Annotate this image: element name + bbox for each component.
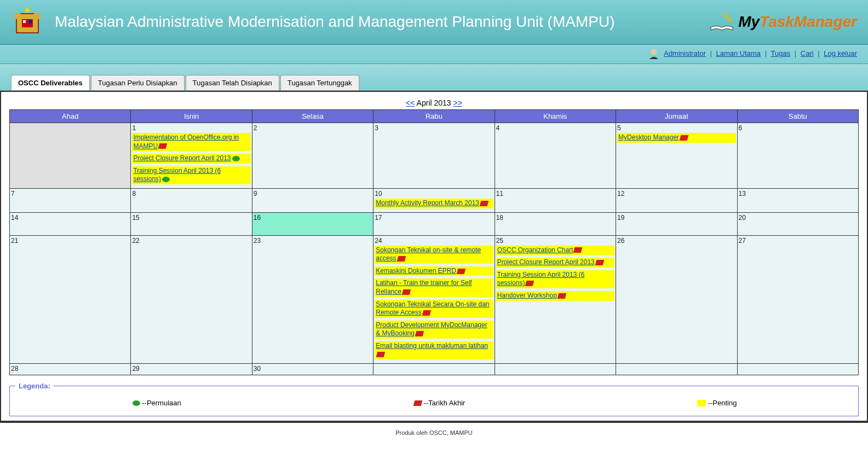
legend-title: Legenda:	[15, 382, 54, 390]
tab-tugasan-telah-disiapkan[interactable]: Tugasan Telah Disiapkan	[186, 75, 279, 90]
event-link[interactable]: Project Closure Report April 2013	[132, 154, 250, 164]
calendar-nav: << April 2013 >>	[9, 96, 859, 109]
calendar-cell: 22	[131, 235, 252, 364]
event-link[interactable]: Sokongan Teknikal on-site & remote acces…	[375, 246, 493, 264]
event-link[interactable]: Sokongan Teknikal Secara On-site dan Rem…	[375, 300, 493, 318]
search-link[interactable]: Cari	[801, 49, 814, 57]
day-number: 29	[132, 365, 250, 373]
calendar-cell: 25OSCC Organization ChartProject Closure…	[495, 235, 616, 364]
day-number: 11	[496, 190, 614, 197]
calendar-cell: 16	[252, 212, 373, 235]
svg-rect-2	[23, 20, 26, 23]
day-number: 6	[739, 124, 857, 132]
legend-start: --Permulaan	[131, 399, 181, 407]
calendar-cell: 9	[252, 188, 373, 212]
end-flag-icon	[158, 143, 168, 149]
calendar-cell	[737, 364, 858, 375]
event-link[interactable]: Product Development MyDocManager & MyBoo…	[375, 321, 493, 339]
day-number: 13	[739, 190, 857, 197]
calendar-cell: 20	[737, 212, 858, 235]
event-link[interactable]: Training Session April 2013 (6 sessions)	[132, 166, 250, 184]
event-link[interactable]: Handover Workshop	[496, 291, 614, 301]
svg-line-4	[725, 14, 731, 22]
end-flag-icon	[573, 247, 583, 253]
day-number: 23	[254, 237, 372, 245]
day-header: Isnin	[131, 110, 252, 123]
day-number: 20	[739, 214, 857, 222]
day-number: 21	[11, 237, 129, 245]
header: Malaysian Administrative Modernisation a…	[0, 0, 868, 45]
calendar-cell	[495, 364, 616, 375]
user-icon	[648, 48, 660, 60]
event-link[interactable]: Kemaskini Dokumen EPRD	[375, 266, 493, 276]
calendar-cell: 7	[10, 188, 131, 212]
user-nav: Administrator | Laman Utama | Tugas | Ca…	[0, 45, 868, 64]
page-title: Malaysian Administrative Modernisation a…	[55, 13, 708, 31]
day-number: 3	[375, 124, 493, 132]
event-link[interactable]: Implementation of OpenOffice.org in MAMP…	[132, 133, 250, 151]
calendar-cell: 14	[10, 212, 131, 235]
event-link[interactable]: OSCC Organization Chart	[496, 246, 614, 255]
tab-oscc-deliverables[interactable]: OSCC Deliverables	[11, 75, 90, 90]
logout-link[interactable]: Log keluar	[824, 49, 857, 57]
day-number: 24	[375, 237, 493, 245]
end-flag-icon	[415, 331, 424, 336]
event-link[interactable]: Email blasting untuk makluman latihan	[375, 341, 493, 359]
day-number: 19	[617, 214, 735, 222]
day-number: 4	[496, 124, 614, 132]
calendar-cell: 18	[495, 212, 616, 235]
start-flag-icon	[232, 156, 240, 161]
day-number: 30	[254, 365, 372, 373]
day-number: 25	[496, 237, 614, 245]
end-flag-icon	[376, 352, 386, 357]
event-link[interactable]: Monthly Activity Report March 2013	[375, 199, 493, 208]
end-flag-icon	[396, 256, 406, 261]
day-number: 18	[496, 214, 614, 222]
tab-tugasan-perlu-disiapkan[interactable]: Tugasan Perlu Disiapkan	[91, 75, 185, 90]
calendar-cell: 27	[737, 235, 858, 364]
event-link[interactable]: Project Closure Report April 2013	[496, 258, 614, 268]
calendar-cell: 17	[373, 212, 495, 235]
calendar-cell: 10Monthly Activity Report March 2013	[373, 188, 495, 212]
calendar-cell: 8	[131, 188, 252, 212]
day-header: Rabu	[373, 110, 495, 123]
calendar-cell: 2	[252, 123, 373, 189]
book-icon	[708, 11, 735, 33]
day-number: 5	[617, 124, 735, 132]
calendar-cell: 23	[252, 235, 373, 364]
calendar-cell: 3	[373, 123, 495, 189]
day-number: 10	[375, 190, 493, 197]
tasks-link[interactable]: Tugas	[771, 49, 791, 57]
calendar-cell: 26	[616, 235, 737, 364]
calendar-cell: 21	[10, 235, 131, 364]
day-number: 22	[132, 237, 250, 245]
calendar-cell: 11	[495, 188, 616, 212]
calendar-cell: 12	[616, 188, 737, 212]
tab-tugasan-tertunggak[interactable]: Tugasan Tertunggak	[280, 75, 359, 90]
calendar-cell: 4	[495, 123, 616, 189]
event-link[interactable]: MyDesktop Manager	[617, 133, 735, 143]
calendar-cell: 30	[252, 364, 373, 375]
legend-important: --Penting	[697, 399, 737, 407]
prev-month-link[interactable]: <<	[406, 98, 415, 107]
app-logo: MyTaskManager	[708, 11, 857, 33]
day-number: 15	[132, 214, 250, 222]
day-number: 17	[375, 214, 493, 222]
end-flag-icon	[457, 269, 466, 274]
next-month-link[interactable]: >>	[453, 98, 462, 107]
start-flag-icon	[162, 177, 170, 182]
svg-point-5	[651, 49, 657, 55]
day-number: 1	[132, 124, 250, 132]
admin-link[interactable]: Administrator	[664, 49, 706, 57]
calendar-cell: 29	[131, 364, 252, 375]
calendar-cell: 19	[616, 212, 737, 235]
svg-rect-3	[29, 20, 32, 23]
calendar-cell: 5MyDesktop Manager	[616, 123, 737, 189]
calendar-cell: 15	[131, 212, 252, 235]
day-number: 7	[11, 190, 129, 197]
event-link[interactable]: Training Session April 2013 (6 sessions)	[496, 270, 614, 288]
end-flag-icon	[525, 281, 534, 286]
event-link[interactable]: Latihan - Train the trainer for Self Rel…	[375, 278, 493, 297]
home-link[interactable]: Laman Utama	[716, 49, 761, 57]
tab-bar: OSCC DeliverablesTugasan Perlu Disiapkan…	[0, 64, 868, 91]
